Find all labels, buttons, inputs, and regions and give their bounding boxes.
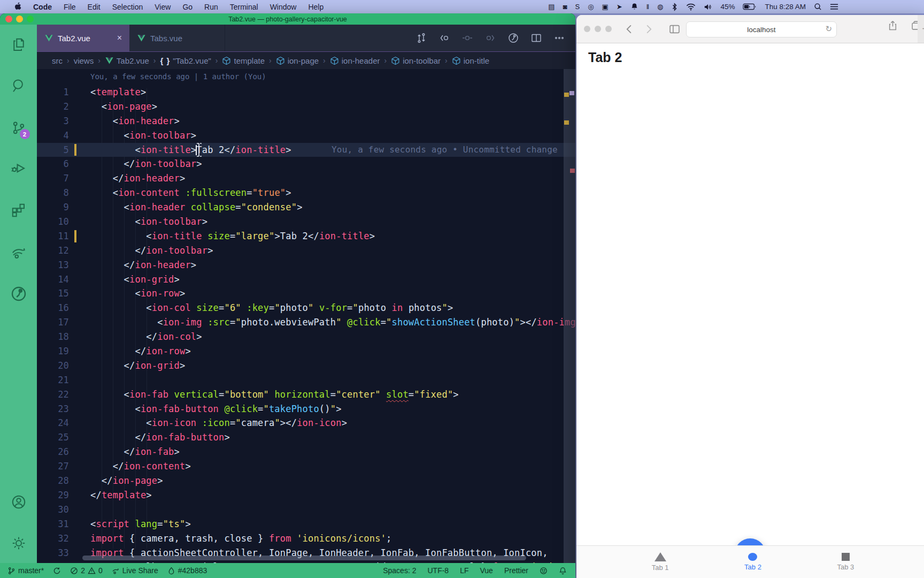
menu-list-icon[interactable]: [830, 3, 838, 10]
code-line[interactable]: 28 </ion-page>: [37, 474, 575, 488]
menu-bar-app-icon[interactable]: ➤: [617, 3, 622, 10]
run-lever-icon[interactable]: [11, 286, 27, 302]
code-line[interactable]: 20 </ion-grid>: [37, 359, 575, 373]
code-line[interactable]: 13 </ion-header>: [37, 258, 575, 272]
menu-bar-app-icon[interactable]: ◎: [588, 3, 594, 10]
menu-view[interactable]: View: [149, 3, 176, 11]
menu-selection[interactable]: Selection: [106, 3, 149, 11]
menu-bar-clock[interactable]: Thu 8:28 AM: [765, 3, 806, 11]
theme-color-status[interactable]: #42b883: [167, 566, 207, 575]
address-bar[interactable]: localhost ↻: [686, 21, 837, 37]
minimize-window-button[interactable]: [595, 26, 601, 32]
menu-bar-app-icon[interactable]: ▣: [602, 3, 609, 10]
code-line[interactable]: 15 <ion-row>: [37, 286, 575, 301]
vscode-title-bar[interactable]: Tab2.vue — photo-gallery-capacitor-vue: [0, 13, 575, 25]
more-actions-icon[interactable]: [554, 33, 565, 43]
live-share-icon[interactable]: [11, 244, 27, 260]
code-line[interactable]: 12 </ion-toolbar>: [37, 244, 575, 258]
code-line[interactable]: 9 <ion-header collapse="condense">: [37, 200, 575, 215]
feedback-status[interactable]: [540, 567, 548, 575]
feedback-smiley-icon[interactable]: [540, 567, 548, 575]
notifications-bell-icon[interactable]: [559, 567, 567, 575]
navigate-back-icon[interactable]: [439, 33, 450, 43]
menu-run[interactable]: Run: [198, 3, 224, 11]
apple-menu-icon[interactable]: [7, 2, 27, 11]
menu-code[interactable]: Code: [27, 3, 58, 11]
editor-tab-Tab2.vue[interactable]: Tab2.vue×: [37, 25, 129, 51]
codelens-annotation[interactable]: You, a few seconds ago | 1 author (You): [90, 72, 266, 81]
code-line[interactable]: 1<template>: [37, 85, 575, 100]
sync-status[interactable]: [53, 567, 61, 575]
activity-account-button[interactable]: [10, 493, 28, 511]
code-line[interactable]: 18 </ion-col>: [37, 330, 575, 344]
breadcrumb[interactable]: src›views›Tab2.vue›{ }"Tab2.vue"›templat…: [37, 52, 575, 69]
code-line[interactable]: 32import { camera, trash, close } from '…: [37, 531, 575, 546]
notifications-status[interactable]: [559, 567, 567, 575]
activity-debug-button[interactable]: [10, 159, 28, 178]
menu-go[interactable]: Go: [176, 3, 198, 11]
code-line[interactable]: 31<script lang="ts">: [37, 517, 575, 531]
code-line[interactable]: 26 </ion-fab>: [37, 445, 575, 459]
git-branch-status[interactable]: master*: [7, 566, 44, 575]
menu-help[interactable]: Help: [302, 3, 329, 11]
bluetooth-icon[interactable]: [671, 3, 678, 11]
menu-window[interactable]: Window: [264, 3, 303, 11]
code-line[interactable]: 17 <ion-img :src="photo.webviewPath" @cl…: [37, 315, 575, 330]
breadcrumb-item[interactable]: ion-header: [330, 56, 380, 65]
wifi-icon[interactable]: [686, 3, 696, 11]
navigate-dot-icon[interactable]: [462, 33, 473, 43]
problems-status[interactable]: 20: [70, 566, 103, 575]
code-line[interactable]: 29</template>: [37, 488, 575, 503]
volume-icon[interactable]: [704, 3, 712, 11]
share-icon[interactable]: [888, 20, 898, 31]
code-line[interactable]: 5 <ion-title>Tab 2</ion-title>You, a few…: [37, 143, 575, 157]
new-tab-icon[interactable]: +: [918, 15, 924, 43]
activity-explorer-button[interactable]: [10, 36, 28, 54]
ion-tab-tab3[interactable]: Tab 3: [799, 546, 892, 578]
close-window-button[interactable]: [5, 16, 12, 22]
breadcrumb-item[interactable]: src: [52, 56, 63, 65]
breadcrumb-item[interactable]: ion-toolbar: [391, 56, 441, 65]
window-controls[interactable]: [5, 16, 34, 22]
run-lever-icon[interactable]: [508, 33, 519, 43]
menu-bar-app-icon[interactable]: ◙: [563, 3, 567, 10]
horizontal-scrollbar[interactable]: [82, 556, 526, 560]
code-line[interactable]: 3 <ion-header>: [37, 114, 575, 128]
activity-liveshare-button[interactable]: [10, 243, 28, 261]
editor-tab-Tabs.vue[interactable]: Tabs.vue: [129, 25, 225, 51]
activity-ext-button[interactable]: [10, 201, 28, 219]
explorer-icon[interactable]: [11, 37, 27, 53]
spotlight-search-icon[interactable]: [814, 3, 822, 11]
split-editor-icon[interactable]: [531, 33, 542, 43]
compare-changes-icon[interactable]: [416, 33, 427, 43]
code-line[interactable]: 25 </ion-fab-button>: [37, 430, 575, 445]
close-window-button[interactable]: [584, 26, 590, 32]
live-share-status-icon[interactable]: [112, 567, 120, 575]
language-status[interactable]: Vue: [480, 566, 492, 575]
code-line[interactable]: 10 <ion-toolbar>: [37, 215, 575, 229]
breadcrumb-item[interactable]: template: [222, 56, 265, 65]
menu-file[interactable]: File: [58, 3, 82, 11]
code-line[interactable]: 2 <ion-page>: [37, 100, 575, 114]
code-line[interactable]: 7 </ion-header>: [37, 171, 575, 186]
live-share-status[interactable]: Live Share: [112, 566, 158, 575]
menu-terminal[interactable]: Terminal: [224, 3, 264, 11]
code-line[interactable]: 21: [37, 373, 575, 387]
menu-bar-app-icon[interactable]: ◍: [657, 3, 663, 10]
eol-status[interactable]: LF: [460, 566, 468, 575]
close-tab-icon[interactable]: ×: [117, 33, 122, 43]
formatter-status[interactable]: Prettier: [504, 566, 528, 575]
code-line[interactable]: 30: [37, 503, 575, 517]
menu-bar-app-icon[interactable]: ‖: [646, 3, 649, 10]
breadcrumb-item[interactable]: ion-page: [276, 56, 319, 65]
errors-icon[interactable]: [70, 567, 78, 575]
zoom-window-button[interactable]: [27, 16, 34, 22]
settings-gear-icon[interactable]: [11, 535, 27, 551]
run-debug-icon[interactable]: [11, 161, 27, 177]
account-icon[interactable]: [11, 494, 27, 510]
code-line[interactable]: 24 <ion-icon :icon="camera"></ion-icon>: [37, 416, 575, 430]
encoding-status[interactable]: UTF-8: [427, 566, 449, 575]
ion-tab-tab2[interactable]: Tab 2: [706, 546, 799, 578]
ion-tab-tab1[interactable]: Tab 1: [614, 546, 706, 578]
notification-center-icon[interactable]: [630, 3, 638, 11]
